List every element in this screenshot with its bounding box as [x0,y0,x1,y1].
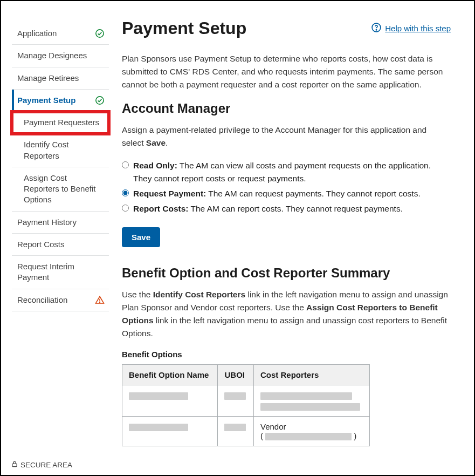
vendor-label: Vendor [260,422,286,431]
sidebar-item-label: Report Costs [17,239,65,250]
table-row: Vendor ( ) [122,417,370,446]
svg-point-0 [96,30,104,37]
redacted-text [224,424,246,431]
help-link[interactable]: Help with this step [371,22,451,35]
sidebar-item-report-costs[interactable]: Report Costs [12,234,109,256]
svg-point-3 [99,302,100,302]
warning-icon [95,295,105,305]
sidebar-item-application[interactable]: Application [12,23,109,45]
radio-report-costs[interactable]: Report Costs: The AM can report costs. T… [122,202,451,215]
sidebar-item-manage-designees[interactable]: Manage Designees [12,45,109,67]
sidebar-item-label: Payment Setup [17,95,75,106]
save-button[interactable]: Save [122,227,160,247]
sidebar-item-label: Assign Cost Reporters to Benefit Options [24,173,95,205]
radio-input-request-payment[interactable] [122,189,129,196]
col-cost-reporters: Cost Reporters [254,365,370,385]
check-icon [95,96,105,105]
table-caption: Benefit Options [122,350,451,359]
redacted-text [129,424,188,431]
summary-instruction: Use the Identify Cost Reporters link in … [122,288,451,340]
sidebar-sub-assign-reporters-benefit[interactable]: Assign Cost Reporters to Benefit Options [12,167,109,212]
sidebar-item-label: Identify Cost Reporters [24,140,68,160]
sidebar-item-label: Manage Designees [17,50,87,61]
benefit-options-table: Benefit Option Name UBOI Cost Reporters [122,364,370,446]
check-icon [95,29,105,38]
question-icon [371,22,382,35]
sidebar-item-label: Payment Requesters [24,118,99,127]
table-row [122,385,370,417]
sidebar-sub-payment-requesters[interactable]: Payment Requesters [12,112,109,134]
intro-text: Plan Sponsors use Payment Setup to deter… [122,52,451,91]
sidebar-item-payment-setup[interactable]: Payment Setup [12,90,109,112]
redacted-text [224,392,246,400]
section-heading-summary: Benefit Option and Cost Reporter Summary [122,266,451,281]
sidebar-item-label: Reconciliation [17,295,67,305]
sidebar-item-request-interim-payment[interactable]: Request Interim Payment [12,256,109,289]
sidebar-item-label: Application [17,28,57,39]
sidebar: Application Manage Designees Manage Reti… [12,12,109,446]
radio-input-read-only[interactable] [122,161,129,168]
main-content: Payment Setup Help with this step Plan S… [122,12,451,446]
secure-area-footer: SECURE AREA [11,460,72,470]
footer-text: SECURE AREA [20,461,72,469]
svg-point-1 [96,97,104,104]
lock-icon [11,460,18,470]
col-uboi: UBOI [218,365,254,385]
redacted-text [260,403,360,411]
sidebar-item-label: Manage Retirees [17,73,79,84]
redacted-text [129,392,188,400]
sidebar-item-payment-history[interactable]: Payment History [12,212,109,234]
page-title: Payment Setup [122,18,246,38]
help-link-label: Help with this step [385,24,451,33]
sidebar-item-reconciliation[interactable]: Reconciliation [12,289,109,311]
sidebar-item-manage-retirees[interactable]: Manage Retirees [12,67,109,90]
section-heading-am: Account Manager [122,101,451,116]
radio-read-only[interactable]: Read Only: The AM can view all costs and… [122,159,451,185]
radio-request-payment[interactable]: Request Payment: The AM can request paym… [122,187,451,200]
svg-point-5 [376,30,377,30]
radio-input-report-costs[interactable] [122,205,129,212]
am-instruction: Assign a payment-related privilege to th… [122,124,451,149]
col-benefit-option-name: Benefit Option Name [122,365,218,385]
redacted-text [260,392,352,400]
svg-rect-6 [12,464,17,466]
redacted-text [265,433,352,440]
sidebar-sub-identify-cost-reporters[interactable]: Identify Cost Reporters [12,134,109,167]
sidebar-item-label: Payment History [17,217,77,228]
sidebar-item-label: Request Interim Payment [17,261,105,283]
